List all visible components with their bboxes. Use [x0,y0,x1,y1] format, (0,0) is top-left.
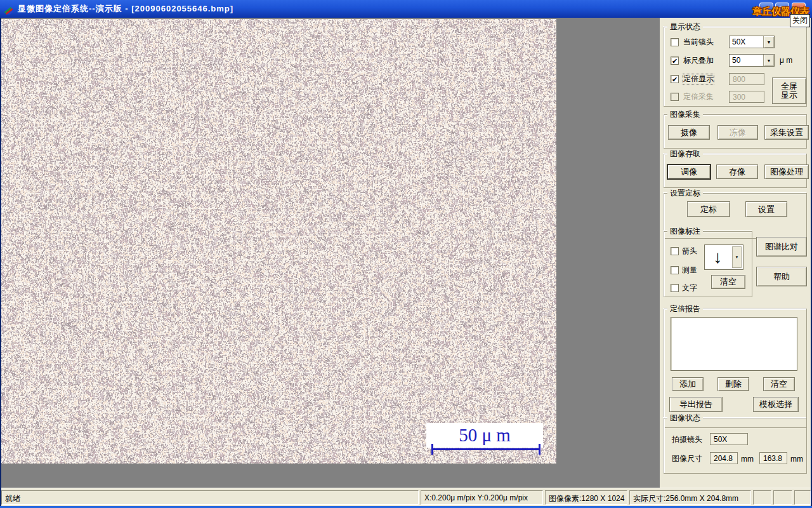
fixed-display-label: 定倍显示 [683,74,714,84]
group-image-status: 图像状态 拍摄镜头 50X 图像尺寸 204.8 mm 163.8 mm [664,418,807,474]
status-empty-2 [773,490,792,505]
scalebar-line [431,448,540,450]
lens-field-label: 拍摄镜头 [672,435,702,444]
export-report-label: 导出报告 [679,399,712,410]
status-pixel-scale: X:0.200μ m/pix Y:0.200μ m/pix [421,490,543,505]
image-process-label: 图像处理 [770,166,803,178]
image-height-value: 163.8 [763,454,782,463]
report-clear-label: 清空 [771,378,787,390]
check-icon: ✔ [672,58,678,64]
template-select-label: 模板选择 [759,399,792,410]
check-icon: ✔ [672,76,678,83]
status-empty-1 [753,490,771,505]
capture-settings-button[interactable]: 采集设置 [764,125,809,140]
group-report-title: 定倍报告 [667,304,703,313]
lens-field: 50X [710,433,748,445]
lens-field-value: 50X [714,435,727,444]
ruler-value-combo[interactable]: 50 ▼ [729,54,775,67]
fixed-capture-input: 300 [729,91,764,103]
ruler-value: 50 [730,55,763,66]
fixed-display-checkbox[interactable]: ✔ [671,75,679,83]
annotation-clear-button[interactable]: 清空 [711,275,745,289]
report-add-label: 添加 [679,378,696,390]
scalebar-label: 50 μ m [426,423,543,448]
group-storage: 图像存取 调像 存像 图像处理 [664,154,807,188]
annotation-clear-label: 清空 [720,276,737,288]
scalebar-right-cap [539,444,540,455]
group-display-status: 显示状态 当前镜头 50X ▼ ✔ 标尺叠加 50 ▼ μ m ✔ 定倍显示 8… [664,27,807,107]
status-bar: 就绪 X:0.200μ m/pix Y:0.200μ m/pix 图像像素:12… [0,488,812,506]
chevron-down-icon[interactable]: ▼ [732,246,742,268]
help-button[interactable]: 帮助 [756,267,807,286]
freeze-button-label: 冻像 [730,127,746,138]
export-report-button[interactable]: 导出报告 [669,397,723,412]
report-delete-label: 删除 [725,378,742,390]
atlas-compare-button[interactable]: 图谱比对 [756,237,807,257]
load-image-button[interactable]: 调像 [667,164,711,180]
height-unit-label: mm [790,455,803,464]
group-annotation: 图像标注 箭头 ↓ ▼ 测量 文字 清空 [664,231,752,297]
fixed-capture-label: 定倍采集 [683,92,714,102]
calibration-setup-button[interactable]: 设置 [745,201,787,217]
scalebar-left-cap [431,444,433,455]
text-checkbox[interactable] [671,284,679,292]
fixed-capture-checkbox [671,93,679,101]
width-unit-label: mm [741,455,754,464]
current-lens-value: 50X [730,36,763,48]
report-clear-button[interactable]: 清空 [763,377,795,391]
fullscreen-button-line1: 全屏 [781,82,797,91]
calibrate-button[interactable]: 定标 [687,201,730,217]
size-field-label: 图像尺寸 [672,454,702,464]
app-logo-icon [3,3,15,15]
status-real-size: 实际尺寸:256.0mm X 204.8mm [629,490,751,505]
group-capture: 图像采集 摄像 冻像 采集设置 [664,114,807,149]
ruler-overlay-checkbox[interactable]: ✔ [671,57,679,65]
fixed-capture-value: 300 [733,93,745,102]
status-image-pixels: 图像像素:1280 X 1024 [545,490,627,505]
control-panel: 显示状态 当前镜头 50X ▼ ✔ 标尺叠加 50 ▼ μ m ✔ 定倍显示 8… [660,18,811,488]
image-width-field: 204.8 [710,452,738,464]
group-annotation-title: 图像标注 [667,227,703,236]
group-display-status-title: 显示状态 [667,22,703,31]
micrograph-image: 50 μ m [1,19,556,464]
atlas-compare-label: 图谱比对 [765,241,798,253]
save-image-label: 存像 [729,166,745,178]
ruler-overlay-label: 标尺叠加 [683,56,714,65]
measure-checkbox[interactable] [671,266,679,274]
current-lens-checkbox[interactable] [671,38,679,46]
group-capture-title: 图像采集 [667,110,703,119]
window-title: 显微图像定倍系统--演示版 - [20090602055646.bmp] [18,3,233,15]
report-delete-button[interactable]: 删除 [717,377,749,391]
measure-label: 测量 [682,265,697,275]
text-label: 文字 [682,283,697,293]
template-select-button[interactable]: 模板选择 [753,397,799,412]
capture-settings-label: 采集设置 [770,127,803,138]
group-report: 定倍报告 添加 删除 清空 导出报告 模板选择 [664,309,807,428]
save-image-button[interactable]: 存像 [716,164,758,179]
chevron-down-icon[interactable]: ▼ [763,55,774,66]
calibrate-label: 定标 [700,204,717,215]
group-image-status-title: 图像状态 [667,413,703,422]
report-list[interactable] [671,317,797,371]
status-ready: 就绪 [1,490,419,505]
image-width-value: 204.8 [714,454,733,463]
load-image-label: 调像 [681,166,697,178]
chevron-down-icon[interactable]: ▼ [763,36,774,48]
micrograph-texture [1,19,556,464]
freeze-button: 冻像 [717,125,758,140]
status-empty-3 [794,490,811,505]
close-tooltip: 关闭 [790,14,810,27]
title-bar: 显微图像定倍系统--演示版 - [20090602055646.bmp] – ❐… [0,0,812,18]
fullscreen-button[interactable]: 全屏 显示 [772,77,806,104]
arrow-checkbox[interactable] [671,247,679,255]
current-lens-combo[interactable]: 50X ▼ [729,36,775,48]
shoot-button[interactable]: 摄像 [668,125,710,140]
app-window: 显微图像定倍系统--演示版 - [20090602055646.bmp] – ❐… [0,0,812,508]
arrow-style-combo[interactable]: ↓ ▼ [704,244,743,270]
image-height-field: 163.8 [759,452,787,464]
fixed-display-input: 800 [729,73,764,85]
arrow-down-icon: ↓ [705,245,731,269]
image-process-button[interactable]: 图像处理 [764,164,809,179]
report-add-button[interactable]: 添加 [672,377,704,391]
group-calibration-title: 设置定标 [667,189,703,197]
